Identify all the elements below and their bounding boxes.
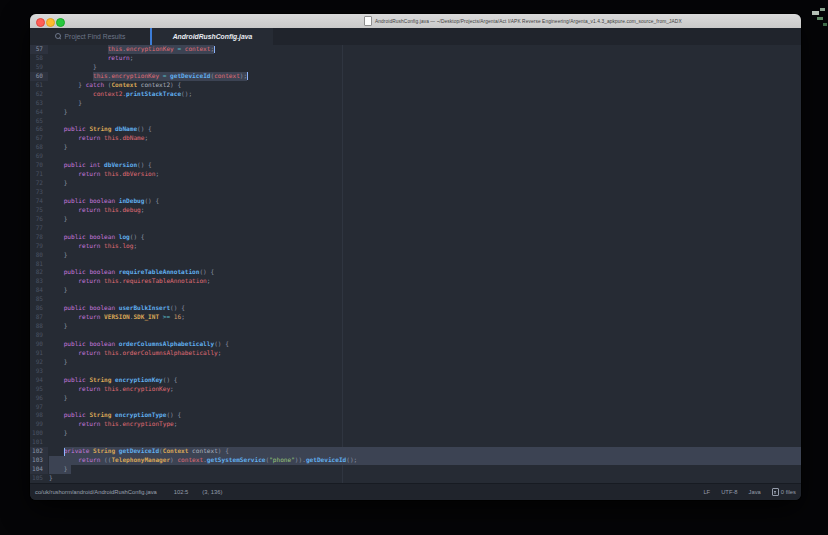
line-number: 77 xyxy=(30,224,48,233)
line-number: 68 xyxy=(30,143,48,152)
code-line[interactable]: 95 return this.encryptionKey; xyxy=(30,385,801,394)
code-line[interactable]: 100 } xyxy=(30,429,801,438)
tab-androidrushconfig[interactable]: AndroidRushConfig.java xyxy=(152,28,273,45)
code-text: return VERSION.SDK_INT >= 16; xyxy=(48,313,185,320)
code-line[interactable]: 79 return this.log; xyxy=(30,242,801,251)
code-text: } xyxy=(48,251,67,258)
files-badge[interactable]: 0 files xyxy=(772,488,796,496)
document-proxy-icon xyxy=(364,16,372,26)
line-number: 93 xyxy=(30,367,48,376)
code-text: public boolean orderColumnsAlphabeticall… xyxy=(48,340,229,347)
cursor-position[interactable]: 102:5 xyxy=(174,489,189,495)
code-line[interactable]: 67 return this.dbName; xyxy=(30,134,801,143)
code-line[interactable]: 94 public String encryptionKey() { xyxy=(30,376,801,385)
code-line[interactable]: 89 xyxy=(30,331,801,340)
code-line[interactable]: 73 xyxy=(30,188,801,197)
line-number: 105 xyxy=(30,474,48,483)
code-line[interactable]: 96 } xyxy=(30,394,801,403)
code-text xyxy=(48,224,49,231)
code-line[interactable]: 69 xyxy=(30,152,801,161)
line-number: 78 xyxy=(30,233,48,242)
line-number: 84 xyxy=(30,286,48,295)
code-text: public boolean userBulkInsert() { xyxy=(48,304,185,311)
code-line[interactable]: 70 public int dbVersion() { xyxy=(30,161,801,170)
line-number: 76 xyxy=(30,215,48,224)
code-line[interactable]: 86 public boolean userBulkInsert() { xyxy=(30,304,801,313)
line-number: 91 xyxy=(30,349,48,358)
code-line[interactable]: 60 this.encryptionKey = getDeviceId(cont… xyxy=(30,72,801,81)
line-number: 94 xyxy=(30,376,48,385)
tab-project-find-results[interactable]: Project Find Results xyxy=(30,28,150,45)
line-ending-selector[interactable]: LF xyxy=(703,489,710,495)
code-text: return this.orderColumnsAlphabetically; xyxy=(48,349,221,356)
code-line[interactable]: 103 return ((TelephonyManager) context.g… xyxy=(30,456,801,465)
code-line[interactable]: 102 private String getDeviceId(Context c… xyxy=(30,447,801,456)
code-line[interactable]: 75 return this.debug; xyxy=(30,206,801,215)
code-line[interactable]: 74 public boolean inDebug() { xyxy=(30,197,801,206)
code-line[interactable]: 63 } xyxy=(30,99,801,108)
code-text: public boolean inDebug() { xyxy=(48,197,159,204)
code-text: } xyxy=(48,394,67,401)
line-number: 63 xyxy=(30,99,48,108)
line-number: 88 xyxy=(30,322,48,331)
code-text: return ((TelephonyManager) context.getSy… xyxy=(48,456,357,463)
code-editor[interactable]: 57 this.encryptionKey = context;58 retur… xyxy=(30,45,801,483)
selection-info: (3, 136) xyxy=(202,489,222,495)
code-text: return this.encryptionType; xyxy=(48,420,177,427)
code-text: public boolean requireTableAnnotation() … xyxy=(48,268,214,275)
code-line[interactable]: 85 xyxy=(30,295,801,304)
code-line[interactable]: 61 } catch (Context context2) { xyxy=(30,81,801,90)
line-number: 82 xyxy=(30,268,48,277)
code-text: public int dbVersion() { xyxy=(48,161,152,168)
code-text: } xyxy=(48,322,67,329)
code-text: } catch (Context context2) { xyxy=(48,81,181,88)
line-number: 103 xyxy=(30,456,48,465)
code-line[interactable]: 87 return VERSION.SDK_INT >= 16; xyxy=(30,313,801,322)
encoding-selector[interactable]: UTF-8 xyxy=(721,489,737,495)
code-line[interactable]: 84 } xyxy=(30,286,801,295)
zoom-button[interactable] xyxy=(56,18,65,27)
line-number: 70 xyxy=(30,161,48,170)
language-selector[interactable]: Java xyxy=(749,489,761,495)
code-line[interactable]: 78 public boolean log() { xyxy=(30,233,801,242)
code-line[interactable]: 99 return this.encryptionType; xyxy=(30,420,801,429)
editor-window: AndroidRushConfig.java — ~/Desktop/Proje… xyxy=(30,14,801,500)
tab-label: Project Find Results xyxy=(65,33,126,40)
window-titlebar[interactable]: AndroidRushConfig.java — ~/Desktop/Proje… xyxy=(30,14,801,29)
code-line[interactable]: 76 } xyxy=(30,215,801,224)
code-text: private String getDeviceId(Context conte… xyxy=(48,447,229,454)
code-line[interactable]: 83 return this.requiresTableAnnotation; xyxy=(30,277,801,286)
code-line[interactable]: 101 xyxy=(30,438,801,447)
code-line[interactable]: 105} xyxy=(30,474,801,483)
search-icon xyxy=(55,33,62,40)
code-line[interactable]: 92 } xyxy=(30,358,801,367)
code-line[interactable]: 77 xyxy=(30,224,801,233)
code-line[interactable]: 71 return this.dbVersion; xyxy=(30,170,801,179)
line-number: 80 xyxy=(30,251,48,260)
line-number: 89 xyxy=(30,331,48,340)
code-line[interactable]: 72 } xyxy=(30,179,801,188)
close-button[interactable] xyxy=(36,18,45,27)
line-number: 67 xyxy=(30,134,48,143)
code-line[interactable]: 91 return this.orderColumnsAlphabeticall… xyxy=(30,349,801,358)
code-line[interactable]: 68 } xyxy=(30,143,801,152)
code-line[interactable]: 62 context2.printStackTrace(); xyxy=(30,90,801,99)
code-line[interactable]: 90 public boolean orderColumnsAlphabetic… xyxy=(30,340,801,349)
line-number: 96 xyxy=(30,394,48,403)
code-line[interactable]: 88 } xyxy=(30,322,801,331)
tab-label: AndroidRushConfig.java xyxy=(173,33,253,40)
code-text: return this.dbName; xyxy=(48,134,148,141)
code-line[interactable]: 58 return; xyxy=(30,54,801,63)
code-line[interactable]: 80 } xyxy=(30,251,801,260)
line-number: 66 xyxy=(30,125,48,134)
line-number: 58 xyxy=(30,54,48,63)
line-number: 69 xyxy=(30,152,48,161)
code-line[interactable]: 104 } xyxy=(30,465,801,474)
code-text xyxy=(48,260,49,267)
code-line[interactable]: 59 } xyxy=(30,63,801,72)
code-line[interactable]: 93 xyxy=(30,367,801,376)
minimize-button[interactable] xyxy=(46,18,55,27)
line-number: 73 xyxy=(30,188,48,197)
code-line[interactable]: 57 this.encryptionKey = context; xyxy=(30,45,801,54)
code-line[interactable]: 64 } xyxy=(30,108,801,117)
